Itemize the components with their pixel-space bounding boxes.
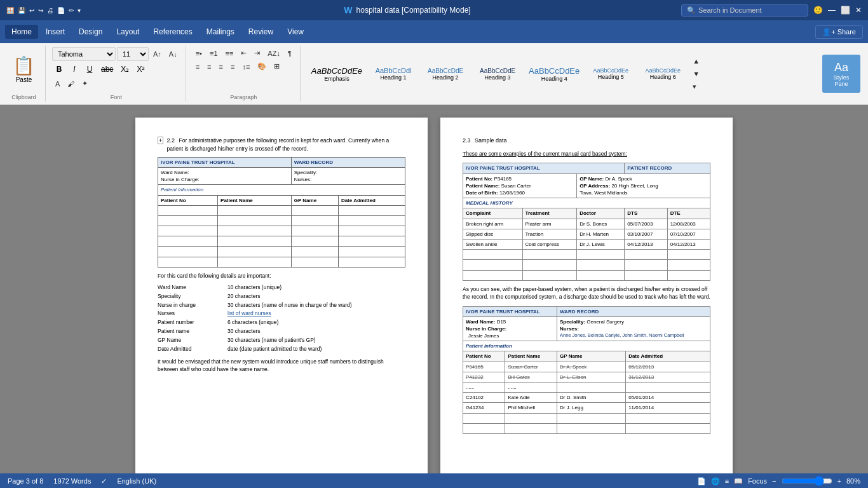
highlight-btn[interactable]: 🖌	[64, 78, 78, 90]
row6-col4	[338, 257, 405, 267]
focus-btn[interactable]: Focus	[748, 477, 767, 485]
style-heading5[interactable]: AaBbCcDdEe Heading 5	[585, 56, 636, 92]
document-scroll[interactable]: + 2.2 For administrative purposes the fo…	[0, 105, 868, 473]
share-button[interactable]: 👤+ Share	[815, 25, 863, 39]
align-left-btn[interactable]: ≡	[193, 61, 203, 72]
paragraph-label: Paragraph	[230, 93, 257, 100]
ward-name-row: Ward Name: Nurse in Charge:	[158, 167, 292, 184]
paste-icon: 📋	[13, 55, 35, 76]
menu-mailings[interactable]: Mailings	[200, 25, 241, 39]
maximize-btn[interactable]: ⬜	[841, 6, 850, 15]
ward-table-left: IVOR PAINE TRUST HOSPITAL WARD RECORD Wa…	[158, 157, 405, 268]
clear-format-btn[interactable]: ✦	[79, 78, 91, 90]
med-row-4	[463, 250, 710, 260]
field-gp-name: GP Name 30 characters (name of patient's…	[158, 337, 405, 344]
view-outline-icon[interactable]: ≡	[725, 477, 729, 485]
zoom-in-btn[interactable]: +	[837, 477, 841, 485]
med-r3-doctor: Dr J. Lewis	[577, 239, 625, 249]
menu-design[interactable]: Design	[72, 25, 109, 39]
zoom-slider[interactable]	[782, 476, 832, 486]
menu-references[interactable]: References	[147, 25, 198, 39]
row1-col3	[291, 205, 338, 215]
ward2-row-6	[463, 423, 710, 433]
decrease-indent-btn[interactable]: ⇤	[238, 47, 250, 59]
patient-no-cell: Patient No: P34165 Patient Name: Susan C…	[463, 173, 577, 198]
bold-button[interactable]: B	[52, 62, 66, 76]
med-row-1: Broken right arm Plaster arm Dr S. Bones…	[463, 219, 710, 229]
bullets-btn[interactable]: ≡•	[193, 48, 205, 59]
paste-button[interactable]: 📋 Paste	[8, 47, 40, 92]
ward2-r4-date: 11/01/2014	[626, 403, 710, 413]
numbering-btn[interactable]: ≡1	[207, 48, 221, 59]
styles-scroll-down[interactable]: ▼	[689, 68, 703, 79]
med-r1-doctor: Dr S. Bones	[577, 219, 625, 229]
ward2-nurse-name: Jessie James	[466, 332, 554, 339]
field-speciality-label: Speciality	[158, 293, 227, 301]
ward2-r3-date: 05/01/2014	[626, 393, 710, 403]
superscript-button[interactable]: X²	[133, 62, 147, 76]
style-heading4[interactable]: AaBbCcDdEe Heading 4	[524, 56, 584, 92]
strikethrough-button[interactable]: abc	[98, 62, 116, 76]
ward2-r2-date: 31/12/2013	[626, 372, 710, 382]
borders-btn[interactable]: ⊞	[271, 60, 283, 72]
patient-name-label: Patient Name:	[466, 183, 499, 189]
view-print-icon[interactable]: 📄	[697, 477, 706, 485]
style-heading1[interactable]: AaBbCcDdl Heading 1	[368, 56, 419, 92]
menu-review[interactable]: Review	[242, 25, 280, 39]
med-r1-dts: 05/07/2003	[625, 219, 667, 229]
row4-col4	[338, 236, 405, 247]
expand-button[interactable]: +	[158, 137, 163, 144]
menu-insert[interactable]: Insert	[39, 25, 71, 39]
font-color-btn[interactable]: A	[52, 78, 63, 90]
ward2-dots-date	[626, 383, 710, 393]
close-btn[interactable]: ✕	[855, 6, 862, 15]
menu-layout[interactable]: Layout	[110, 25, 146, 39]
style-heading6[interactable]: AaBbCcDdEe Heading 6	[637, 56, 688, 92]
underline-button[interactable]: U	[83, 62, 97, 76]
ward2-col-no: Patient No	[463, 351, 505, 362]
search-bar[interactable]: 🔍 Search in Document	[681, 4, 808, 17]
row4-col1	[158, 236, 218, 247]
row4-col2	[218, 236, 292, 247]
line-spacing-btn[interactable]: ↕≡	[239, 61, 253, 72]
ward-record-label: WARD RECORD	[291, 157, 405, 167]
menu-home[interactable]: Home	[5, 25, 38, 39]
ward2-ward-name-label: Ward Name:	[466, 319, 495, 325]
align-right-btn[interactable]: ≡	[216, 61, 226, 72]
med-row-5	[463, 260, 710, 270]
ward2-dots-name: ......	[505, 383, 557, 393]
font-family-select[interactable]: Tahoma	[52, 47, 116, 61]
align-center-btn[interactable]: ≡	[204, 61, 214, 72]
ward2-record-type: WARD RECORD	[557, 306, 710, 316]
styles-scroll-up[interactable]: ▲	[689, 55, 703, 67]
justify-btn[interactable]: ≡	[227, 61, 238, 72]
field-nurses: Nurses list of ward nurses	[158, 310, 405, 318]
med-r1-complaint: Broken right arm	[463, 219, 523, 229]
patient-hospital-name: IVOR PAINE TRUST HOSPITAL	[463, 163, 625, 173]
ward2-ward-name-value: D15	[497, 319, 506, 325]
style-heading2[interactable]: AaBbCcDdE Heading 2	[420, 56, 471, 92]
font-size-select[interactable]: 11	[117, 47, 149, 61]
ward-name-label: Ward Name:	[161, 169, 288, 176]
styles-more[interactable]: ▾	[689, 81, 703, 93]
increase-indent-btn[interactable]: ⇥	[251, 47, 263, 59]
shading-btn[interactable]: 🎨	[254, 60, 269, 72]
menu-view[interactable]: View	[281, 25, 310, 39]
subscript-button[interactable]: X₂	[118, 62, 132, 76]
style-heading3[interactable]: AaBbCcDdE Heading 3	[472, 56, 523, 92]
style-emphasis[interactable]: AaBbCcDdEe Emphasis	[307, 56, 367, 92]
styles-pane-button[interactable]: Aa StylesPane	[822, 55, 860, 93]
italic-button[interactable]: I	[67, 62, 81, 76]
show-marks-btn[interactable]: ¶	[285, 48, 295, 59]
minimize-btn[interactable]: —	[828, 6, 836, 15]
view-web-icon[interactable]: 🌐	[711, 477, 720, 485]
sort-btn[interactable]: AZ↓	[264, 48, 283, 59]
multilevel-btn[interactable]: ≡≡	[222, 48, 237, 59]
grow-font-btn[interactable]: A↑	[150, 48, 165, 60]
zoom-out-btn[interactable]: −	[772, 477, 776, 485]
ward2-r3-name: Kate Adie	[505, 393, 557, 403]
view-read-icon[interactable]: 📖	[734, 477, 743, 485]
search-placeholder: Search in Document	[698, 6, 762, 14]
dob-label: Date of Birth:	[466, 190, 498, 196]
shrink-font-btn[interactable]: A↓	[166, 48, 180, 60]
